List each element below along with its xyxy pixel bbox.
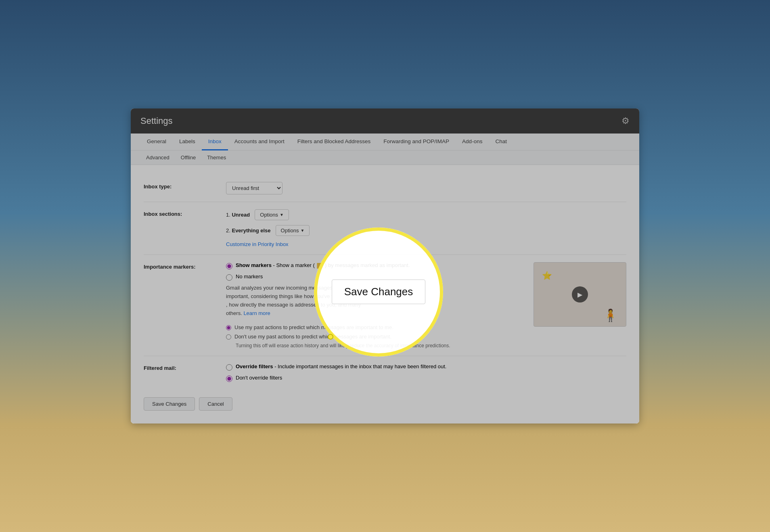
subtab-advanced[interactable]: Advanced bbox=[140, 150, 175, 165]
show-markers-text: Show markers - Show a marker ( ) by mess… bbox=[236, 262, 410, 269]
play-button[interactable]: ▶ bbox=[572, 286, 588, 303]
inbox-sections-label: Inbox sections: bbox=[144, 209, 216, 217]
settings-header: Settings ⚙ bbox=[131, 108, 639, 134]
tab-filters[interactable]: Filters and Blocked Addresses bbox=[291, 134, 377, 150]
inbox-type-content: Unread first Default Important first Sta… bbox=[226, 182, 626, 194]
tab-labels[interactable]: Labels bbox=[173, 134, 202, 150]
tab-inbox[interactable]: Inbox bbox=[202, 134, 228, 150]
subtab-offline[interactable]: Offline bbox=[175, 150, 201, 165]
override-filters-option: Override filters - Include important mes… bbox=[226, 363, 626, 371]
section2-options-dropdown[interactable]: Options ▼ bbox=[276, 225, 310, 236]
override-filters-radio[interactable] bbox=[226, 364, 232, 371]
dont-override-text: Don't override filters bbox=[236, 375, 282, 381]
save-changes-button[interactable]: Save Changes bbox=[144, 397, 195, 411]
predict-section: Use my past actions to predict which mes… bbox=[226, 324, 527, 348]
cancel-button[interactable]: Cancel bbox=[199, 397, 232, 411]
filtered-mail-label: Filtered mail: bbox=[144, 363, 216, 371]
dropdown-arrow-1: ▼ bbox=[280, 213, 284, 217]
show-markers-radio[interactable] bbox=[226, 263, 232, 269]
importance-markers-content: Show markers - Show a marker ( ) by mess… bbox=[226, 262, 626, 348]
video-thumbnail[interactable]: ⭐ ▶ 🧍 bbox=[534, 262, 626, 327]
importance-left: Show markers - Show a marker ( ) by mess… bbox=[226, 262, 527, 348]
predict-option-2: Don't use my past actions to predict whi… bbox=[226, 334, 527, 340]
filtered-radio-group: Override filters - Include important mes… bbox=[226, 363, 626, 382]
inbox-sections-row: Inbox sections: 1. Unread Options ▼ 2. E… bbox=[144, 202, 626, 255]
importance-description: Gmail analyzes your new incoming message… bbox=[226, 284, 527, 317]
importance-content: Show markers - Show a marker ( ) by mess… bbox=[226, 262, 626, 348]
predict-option-1: Use my past actions to predict which mes… bbox=[226, 324, 527, 330]
bottom-buttons-row: Save Changes Cancel bbox=[144, 389, 626, 411]
section1-options-dropdown[interactable]: Options ▼ bbox=[255, 209, 289, 220]
figure-icon: 🧍 bbox=[603, 308, 618, 322]
show-markers-option: Show markers - Show a marker ( ) by mess… bbox=[226, 262, 527, 269]
page-title: Settings bbox=[140, 116, 173, 126]
predict-radio-1[interactable] bbox=[226, 325, 231, 330]
inbox-type-select[interactable]: Unread first Default Important first Sta… bbox=[226, 182, 282, 194]
tab-accounts[interactable]: Accounts and Import bbox=[228, 134, 291, 150]
inbox-type-row: Inbox type: Unread first Default Importa… bbox=[144, 175, 626, 202]
tab-chat[interactable]: Chat bbox=[489, 134, 513, 150]
filtered-mail-content: Override filters - Include important mes… bbox=[226, 363, 626, 382]
dropdown-arrow-2: ▼ bbox=[300, 228, 304, 233]
filtered-mail-row: Filtered mail: Override filters - Includ… bbox=[144, 356, 626, 389]
subtabs-row: Advanced Offline Themes bbox=[131, 150, 639, 165]
no-markers-text: No markers bbox=[236, 273, 263, 280]
settings-panel: Settings ⚙ General Labels Inbox Accounts… bbox=[131, 108, 639, 423]
subtab-themes[interactable]: Themes bbox=[201, 150, 232, 165]
no-markers-radio[interactable] bbox=[226, 274, 232, 281]
predict-label-1: Use my past actions to predict which mes… bbox=[234, 324, 393, 330]
override-filters-text: Override filters - Include important mes… bbox=[236, 363, 446, 369]
predict-radio-2[interactable] bbox=[226, 334, 231, 340]
gear-icon[interactable]: ⚙ bbox=[621, 116, 630, 126]
no-markers-option: No markers bbox=[226, 273, 527, 281]
tab-general[interactable]: General bbox=[140, 134, 173, 150]
content-area: Inbox type: Unread first Default Importa… bbox=[131, 165, 639, 423]
section1-num: 1. Unread bbox=[226, 212, 250, 218]
importance-radio-group: Show markers - Show a marker ( ) by mess… bbox=[226, 262, 527, 281]
inbox-sections-content: 1. Unread Options ▼ 2. Everything else O… bbox=[226, 209, 626, 247]
importance-markers-label: Importance markers: bbox=[144, 262, 216, 270]
marker-icon bbox=[317, 263, 322, 269]
customize-priority-inbox-link[interactable]: Customize in Priority Inbox bbox=[226, 241, 289, 247]
tab-addons[interactable]: Add-ons bbox=[456, 134, 489, 150]
inbox-type-label: Inbox type: bbox=[144, 182, 216, 190]
tabs-row: General Labels Inbox Accounts and Import… bbox=[131, 134, 639, 150]
dont-override-option: Don't override filters bbox=[226, 375, 626, 382]
star-icon: ⭐ bbox=[542, 271, 552, 280]
dont-override-radio[interactable] bbox=[226, 376, 232, 382]
inbox-section-2: 2. Everything else Options ▼ bbox=[226, 225, 626, 236]
predict-note: Turning this off will erase action histo… bbox=[226, 343, 527, 348]
inbox-section-1: 1. Unread Options ▼ bbox=[226, 209, 626, 220]
section2-num: 2. Everything else bbox=[226, 227, 271, 234]
tab-forwarding[interactable]: Forwarding and POP/IMAP bbox=[377, 134, 456, 150]
learn-more-link[interactable]: Learn more bbox=[243, 310, 270, 316]
predict-label-2: Don't use my past actions to predict whi… bbox=[234, 334, 391, 340]
importance-markers-row: Importance markers: Show markers - Show … bbox=[144, 255, 626, 356]
